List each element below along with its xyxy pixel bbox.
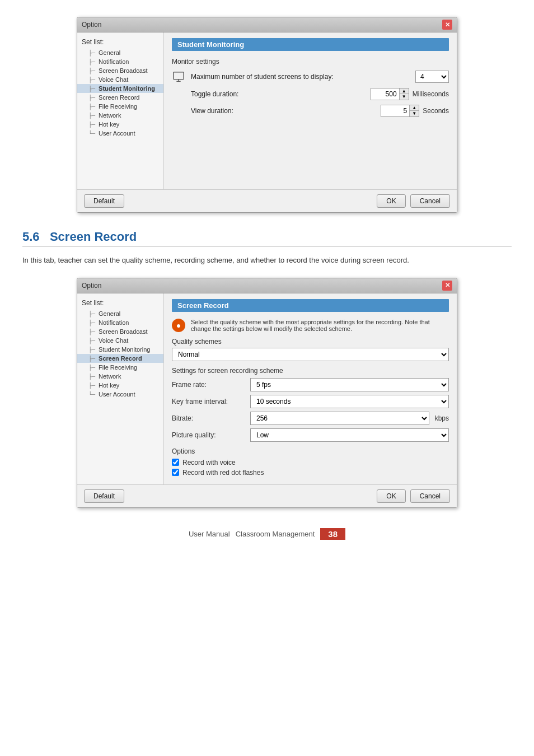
view-duration-up-button[interactable]: ▲: [410, 105, 419, 111]
toggle-duration-up-button[interactable]: ▲: [400, 88, 409, 94]
dialog1-cancel-button[interactable]: Cancel: [410, 194, 450, 208]
view-duration-spinner-buttons: ▲ ▼: [409, 105, 419, 116]
sidebar2-item-student-monitoring[interactable]: ├─ Student Monitoring: [77, 345, 163, 354]
footer-text2: Classroom Management: [236, 530, 315, 538]
dialog1-close-button[interactable]: ✕: [442, 20, 452, 30]
frame-rate-row: Frame rate: 5 fps 10 fps 15 fps 25 fps: [172, 378, 449, 391]
dialog2-sidebar: Set list: ├─ General ├─ Notification ├─ …: [77, 293, 164, 484]
toggle-duration-down-button[interactable]: ▼: [400, 94, 409, 100]
sidebar1-item-network[interactable]: ├─ Network: [77, 111, 163, 120]
dialog1-content: Student Monitoring Monitor settings Maxi…: [164, 32, 457, 189]
dialog2-action-buttons: OK Cancel: [377, 489, 450, 503]
toggle-duration-control: ▲ ▼ Milliseconds: [371, 88, 449, 100]
view-duration-row: View duration: ▲ ▼ Seconds: [172, 105, 449, 117]
picture-quality-label: Picture quality:: [172, 431, 245, 439]
options-label: Options: [172, 447, 449, 455]
picture-quality-dropdown[interactable]: Low Normal High: [250, 428, 449, 442]
toggle-duration-row: Toggle duration: ▲ ▼ Milliseconds: [172, 88, 449, 100]
toggle-duration-spinner: ▲ ▼: [371, 88, 409, 100]
sidebar2-item-general[interactable]: ├─ General: [77, 309, 163, 318]
record-red-dot-checkbox[interactable]: [172, 469, 179, 476]
bitrate-dropdown[interactable]: 256 512 1024: [250, 412, 429, 425]
bitrate-label: Bitrate:: [172, 414, 245, 422]
kbps-label: kbps: [435, 414, 449, 422]
dialog1-title: Option: [82, 21, 101, 29]
toggle-duration-unit: Milliseconds: [413, 90, 449, 98]
dialog2-setlist-label: Set list:: [77, 298, 163, 309]
record-voice-row: Record with voice: [172, 459, 449, 466]
dialog2-main: Set list: ├─ General ├─ Notification ├─ …: [77, 293, 457, 484]
info-text: Select the quality scheme with the most …: [191, 319, 449, 332]
footer-text1: User Manual: [189, 530, 230, 538]
dialog2-default-button[interactable]: Default: [84, 489, 124, 503]
section-heading-container: 5.6 Screen Record In this tab, teacher c…: [22, 230, 512, 267]
sidebar2-item-voice-chat[interactable]: ├─ Voice Chat: [77, 336, 163, 345]
info-icon: ●: [172, 319, 185, 332]
sidebar1-item-hot-key[interactable]: ├─ Hot key: [77, 120, 163, 129]
dialog1-footer: Default OK Cancel: [77, 189, 457, 212]
frame-rate-label: Frame rate:: [172, 381, 245, 389]
info-row: ● Select the quality scheme with the mos…: [172, 319, 449, 332]
sidebar1-item-student-monitoring[interactable]: ├─ Student Monitoring: [77, 84, 163, 93]
dialog1-default-button[interactable]: Default: [84, 194, 124, 208]
sidebar2-item-screen-record[interactable]: ├─ Screen Record: [77, 354, 163, 363]
dialog1-setlist-label: Set list:: [77, 37, 163, 48]
key-frame-label: Key frame interval:: [172, 398, 245, 405]
sidebar2-item-notification[interactable]: ├─ Notification: [77, 318, 163, 327]
max-screens-dropdown[interactable]: 4 6 8 9 16: [415, 71, 449, 83]
dialog2-ok-button[interactable]: OK: [377, 489, 405, 503]
quality-schemes-dropdown[interactable]: Normal Low High: [172, 348, 449, 361]
settings-section-label: Settings for screen recording scheme: [172, 367, 449, 375]
key-frame-dropdown[interactable]: 10 seconds 5 seconds 30 seconds: [250, 395, 449, 408]
sidebar1-item-user-account[interactable]: └─ User Account: [77, 129, 163, 138]
dialog1-body: Set list: ├─ General ├─ Notification ├─ …: [77, 32, 457, 212]
page-footer: User Manual Classroom Management 38: [22, 525, 512, 543]
record-voice-label: Record with voice: [182, 459, 236, 466]
view-duration-label: View duration:: [191, 107, 375, 115]
sidebar2-item-screen-broadcast[interactable]: ├─ Screen Broadcast: [77, 327, 163, 336]
sidebar1-item-notification[interactable]: ├─ Notification: [77, 57, 163, 66]
toggle-duration-spinner-buttons: ▲ ▼: [399, 88, 409, 100]
sidebar1-item-general[interactable]: ├─ General: [77, 48, 163, 57]
dialog1-titlebar: Option ✕: [77, 17, 457, 32]
frame-rate-dropdown[interactable]: 5 fps 10 fps 15 fps 25 fps: [250, 378, 449, 391]
max-screens-control: 4 6 8 9 16: [415, 71, 449, 83]
record-red-dot-label: Record with red dot flashes: [182, 469, 264, 477]
sidebar1-item-voice-chat[interactable]: ├─ Voice Chat: [77, 75, 163, 84]
view-duration-control: ▲ ▼ Seconds: [381, 105, 449, 117]
dialog1-content-header: Student Monitoring: [172, 38, 449, 51]
dialog1-ok-button[interactable]: OK: [377, 194, 405, 208]
dialog2-cancel-button[interactable]: Cancel: [410, 489, 450, 503]
view-duration-down-button[interactable]: ▼: [410, 111, 419, 116]
sidebar2-item-file-receiving[interactable]: ├─ File Receiving: [77, 363, 163, 372]
page-number: 38: [320, 528, 345, 540]
view-duration-input[interactable]: [381, 106, 409, 116]
sidebar1-item-screen-broadcast[interactable]: ├─ Screen Broadcast: [77, 66, 163, 75]
view-duration-unit: Seconds: [423, 107, 449, 115]
bitrate-row: Bitrate: 256 512 1024 kbps: [172, 412, 449, 425]
toggle-duration-label: Toggle duration:: [191, 90, 365, 98]
section-title: Screen Record: [50, 230, 137, 244]
monitor-settings-label: Monitor settings: [172, 58, 449, 66]
dialog2-footer: Default OK Cancel: [77, 484, 457, 507]
sidebar2-item-network[interactable]: ├─ Network: [77, 372, 163, 381]
dialog2-content-header: Screen Record: [172, 299, 449, 312]
dialog2-content: Screen Record ● Select the quality schem…: [164, 293, 457, 484]
sidebar1-item-screen-record[interactable]: ├─ Screen Record: [77, 93, 163, 102]
section-heading: 5.6 Screen Record: [22, 230, 512, 247]
max-screens-label: Maximum number of student screens to dis…: [191, 73, 410, 81]
sidebar1-item-file-receiving[interactable]: ├─ File Receiving: [77, 102, 163, 111]
dialog1-main: Set list: ├─ General ├─ Notification ├─ …: [77, 32, 457, 189]
dialog2-titlebar: Option ✕: [77, 278, 457, 293]
dialog2-title: Option: [82, 282, 101, 290]
dialog2-close-button[interactable]: ✕: [442, 281, 452, 291]
sidebar2-item-hot-key[interactable]: ├─ Hot key: [77, 381, 163, 390]
dialog1-sidebar: Set list: ├─ General ├─ Notification ├─ …: [77, 32, 164, 189]
record-voice-checkbox[interactable]: [172, 459, 179, 466]
sidebar2-item-user-account[interactable]: └─ User Account: [77, 390, 163, 399]
toggle-duration-input[interactable]: [371, 89, 399, 99]
dialog2-body: Set list: ├─ General ├─ Notification ├─ …: [77, 293, 457, 507]
max-screens-row: Maximum number of student screens to dis…: [172, 70, 449, 83]
key-frame-row: Key frame interval: 10 seconds 5 seconds…: [172, 395, 449, 408]
record-red-dot-row: Record with red dot flashes: [172, 469, 449, 477]
